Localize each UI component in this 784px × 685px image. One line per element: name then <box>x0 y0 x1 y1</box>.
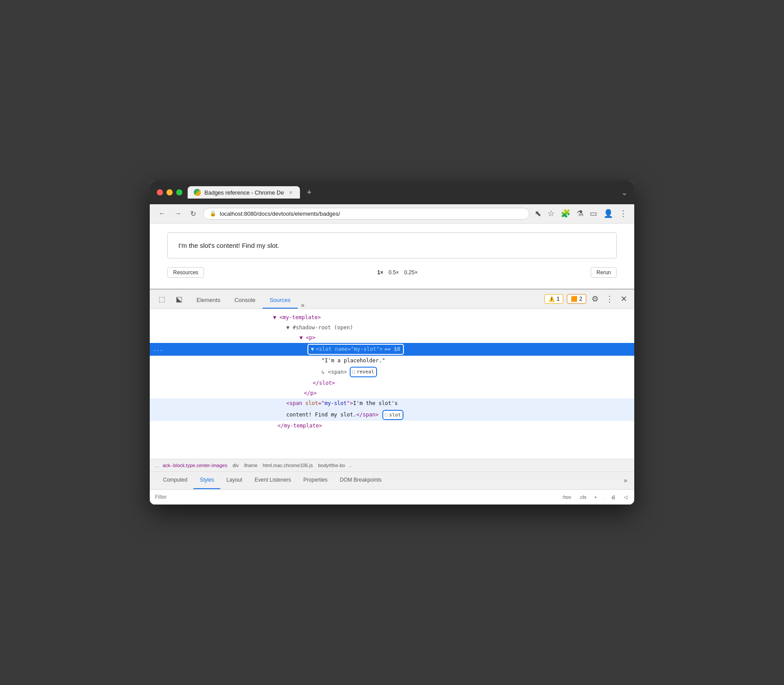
dom-row-shadow-root: ▼ #shadow-root (open) <box>150 323 634 333</box>
hov-button[interactable]: :hov <box>560 493 573 501</box>
reveal-badge-button[interactable]: ⬚ reveal <box>350 367 377 377</box>
dom-placeholder-text: "I'm a placeholder." <box>322 357 385 365</box>
tab-close-button[interactable]: ✕ <box>288 189 294 195</box>
page-content: I'm the slot's content! Find my slot. Re… <box>150 224 634 289</box>
add-style-button[interactable]: + <box>592 493 599 501</box>
breadcrumb-dots-start[interactable]: ... <box>155 463 159 468</box>
tab-dom-breakpoints[interactable]: DOM Breakpoints <box>334 472 388 489</box>
browser-window: Badges reference - Chrome De ✕ + ⌄ ← → ↻… <box>150 181 634 505</box>
slot-pseudo: == $0 <box>385 345 400 354</box>
slot-content-box: I'm the slot's content! Find my slot. <box>167 232 617 258</box>
filter-buttons: :hov .cls + , 🖨 ◁ <box>560 493 629 501</box>
tab-event-listeners[interactable]: Event Listeners <box>248 472 297 489</box>
slot-content-text: I'm the slot's content! Find my slot. <box>178 242 279 249</box>
dom-row-p-close: </p> <box>150 388 634 398</box>
dom-p-close: </p> <box>304 389 317 398</box>
desktop-icon[interactable]: ▭ <box>590 209 597 218</box>
dom-slot-tag: ▼ <slot name="my-slot"> == $0 <box>307 344 404 355</box>
bookmark-icon[interactable]: ☆ <box>547 209 555 218</box>
dom-row-slot-selected[interactable]: ... ▼ <slot name="my-slot"> == $0 <box>150 343 634 356</box>
breadcrumb-item-1[interactable]: ack--block.type.center-images <box>161 462 229 469</box>
more-options-button[interactable]: ⋮ <box>604 292 615 306</box>
tab-bar: Badges reference - Chrome De ✕ + ⌄ <box>188 186 627 199</box>
dom-p-open: ▼ <p> <box>300 334 315 342</box>
tab-sources[interactable]: Sources <box>263 292 298 309</box>
menu-icon[interactable]: ⋮ <box>619 209 627 218</box>
breadcrumb-item-3[interactable]: iframe <box>242 462 259 469</box>
speed-05x[interactable]: 0.5× <box>388 269 399 276</box>
filter-bar: :hov .cls + , 🖨 ◁ <box>150 490 634 505</box>
dom-dots-left: ... <box>150 344 166 354</box>
cls-button[interactable]: .cls <box>577 493 588 501</box>
error-count: 2 <box>579 296 582 302</box>
dom-row-slot-close: </slot> <box>150 378 634 388</box>
dom-row-my-template-open: ▼ <my-template> <box>150 313 634 323</box>
tab-layout[interactable]: Layout <box>220 472 248 489</box>
labs-icon[interactable]: ⚗ <box>577 209 584 218</box>
extensions-icon[interactable]: 🧩 <box>561 209 570 218</box>
share-icon[interactable]: ⬉ <box>535 209 541 218</box>
dom-tag-my-template-open: ▼ <my-template> <box>273 313 321 322</box>
tab-computed[interactable]: Computed <box>157 472 193 489</box>
tab-title: Badges reference - Chrome De <box>204 189 284 196</box>
slot-open-tag: <slot name="my-slot"> <box>316 345 383 354</box>
more-tabs-button[interactable]: » <box>298 302 308 309</box>
tab-properties[interactable]: Properties <box>297 472 334 489</box>
dom-my-template-close: </my-template> <box>277 422 322 430</box>
minimize-traffic-light[interactable] <box>166 189 173 195</box>
slot-badge-icon: ⬚ <box>385 411 388 418</box>
dom-row-p-open: ▼ <p> <box>150 333 634 343</box>
url-bar[interactable]: 🔒 localhost:8080/docs/devtools/elements/… <box>203 208 529 220</box>
speed-1x[interactable]: 1× <box>377 269 383 276</box>
title-bar: Badges reference - Chrome De ✕ + ⌄ <box>150 181 634 204</box>
slot-badge-button[interactable]: ⬚ slot <box>382 410 404 420</box>
dom-shadow-root: ▼ #shadow-root (open) <box>286 324 353 332</box>
tab-console[interactable]: Console <box>227 292 263 309</box>
dom-row-my-template-close: </my-template> <box>150 421 634 431</box>
dom-row-span-slot-cont[interactable]: content! Find my slot.</span> ⬚ slot <box>150 409 634 421</box>
error-icon: 🟧 <box>571 296 577 302</box>
dom-span-slot-content-2: content! Find my slot.</span> <box>286 411 379 419</box>
forward-button[interactable]: → <box>173 208 183 219</box>
filter-input[interactable] <box>155 494 555 500</box>
back-button[interactable]: ← <box>157 208 167 219</box>
breadcrumb-dots-end[interactable]: ... <box>348 463 352 468</box>
more-bottom-tabs-button[interactable]: » <box>624 477 627 484</box>
speed-025x[interactable]: 0.25× <box>404 269 418 276</box>
device-toolbar-button[interactable]: ⬕ <box>172 292 186 306</box>
close-devtools-button[interactable]: ✕ <box>619 292 629 306</box>
dom-span-slot-content: <span slot="my-slot">I'm the slot's <box>286 399 398 408</box>
profile-icon[interactable]: 👤 <box>603 209 613 218</box>
breadcrumb-bar: ... ack--block.type.center-images div if… <box>150 459 634 472</box>
dom-row-span-slot[interactable]: <span slot="my-slot">I'm the slot's <box>150 398 634 409</box>
inspect-element-button[interactable]: ⬚ <box>155 292 169 306</box>
warning-badge[interactable]: ⚠️ 1 <box>544 294 564 304</box>
bottom-tabs: Computed Styles Layout Event Listeners P… <box>150 472 634 490</box>
slot-badge-label: slot <box>389 411 401 419</box>
maximize-traffic-light[interactable] <box>176 189 182 195</box>
settings-button[interactable]: ⚙ <box>590 292 600 306</box>
close-traffic-light[interactable] <box>157 189 163 195</box>
breadcrumb-item-5[interactable]: body#the-bo <box>316 462 347 469</box>
warning-count: 1 <box>557 296 560 302</box>
tab-elements[interactable]: Elements <box>189 292 227 309</box>
tab-styles[interactable]: Styles <box>193 472 220 489</box>
new-tab-button[interactable]: + <box>303 186 315 199</box>
url-text: localhost:8080/docs/devtools/elements/ba… <box>220 210 523 217</box>
rerun-button[interactable]: Rerun <box>591 267 617 278</box>
filter-separator: , <box>603 494 605 500</box>
tab-chevron[interactable]: ⌄ <box>621 188 627 197</box>
resources-button[interactable]: Resources <box>167 267 204 278</box>
sidebar-button[interactable]: ◁ <box>622 493 629 501</box>
browser-toolbar-icons: ⬉ ☆ 🧩 ⚗ ▭ 👤 ⋮ <box>535 209 627 218</box>
devtools-tabs: Elements Console Sources » <box>189 290 308 309</box>
reload-button[interactable]: ↻ <box>189 208 198 220</box>
lock-icon: 🔒 <box>210 210 216 217</box>
print-style-button[interactable]: 🖨 <box>609 493 618 501</box>
active-tab[interactable]: Badges reference - Chrome De ✕ <box>188 186 300 199</box>
breadcrumb-item-2[interactable]: div <box>231 462 240 469</box>
breadcrumb-item-4[interactable]: html.mac.chrome106.js <box>261 462 315 469</box>
error-badge[interactable]: 🟧 2 <box>567 294 586 304</box>
playback-controls: Resources 1× 0.5× 0.25× Rerun <box>167 265 617 280</box>
dom-row-span-reveal: ↳ <span> ⬚ reveal <box>150 366 634 378</box>
